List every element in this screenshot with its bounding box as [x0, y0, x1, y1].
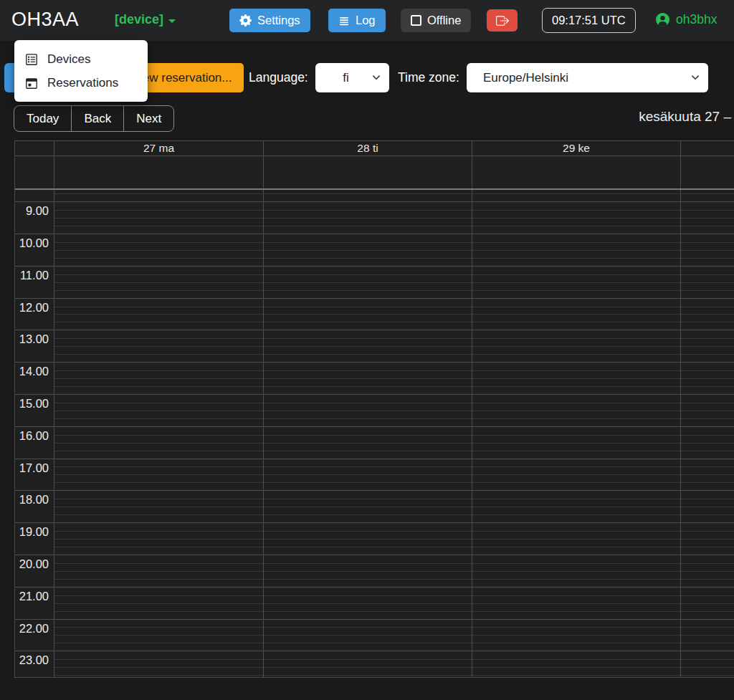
timegrid-cell[interactable]	[263, 234, 472, 266]
log-button[interactable]: Log	[328, 9, 386, 32]
timegrid-cell[interactable]	[54, 267, 263, 298]
timegrid-cell[interactable]	[263, 459, 472, 491]
timegrid-scroller[interactable]: 9.0010.0011.0012.0013.0014.0015.0016.001…	[15, 190, 734, 678]
timegrid-cell[interactable]	[472, 234, 680, 266]
timegrid-cell[interactable]	[680, 202, 734, 234]
timegrid-cell[interactable]	[54, 491, 263, 522]
quarter-hour-line	[264, 675, 472, 676]
hour-row: 19.00	[15, 522, 734, 555]
timegrid-cell[interactable]	[472, 395, 680, 426]
quarter-hour-line	[54, 370, 263, 371]
timegrid-cell[interactable]	[54, 234, 263, 266]
quarter-hour-line	[264, 474, 472, 475]
timegrid-cell[interactable]	[54, 620, 263, 651]
timegrid-cell[interactable]	[54, 555, 263, 587]
timegrid-cell[interactable]	[472, 523, 680, 555]
timegrid-cell[interactable]	[680, 427, 734, 459]
timegrid-cell[interactable]	[680, 395, 734, 426]
timegrid-cell[interactable]	[54, 190, 263, 201]
timegrid-cell[interactable]	[54, 299, 263, 330]
back-button[interactable]: Back	[71, 106, 123, 131]
timegrid-cell[interactable]	[263, 620, 472, 651]
device-dropdown-toggle[interactable]: [device]	[115, 12, 176, 27]
timegrid-cell[interactable]	[472, 202, 680, 234]
timegrid-cell[interactable]	[472, 651, 680, 678]
menu-item-reservations[interactable]: Reservations	[14, 71, 148, 95]
next-button[interactable]: Next	[123, 106, 173, 131]
box-arrow-right-icon	[496, 14, 509, 27]
timegrid-cell[interactable]	[680, 267, 734, 298]
user-indicator[interactable]: oh3bhx	[656, 12, 717, 27]
timegrid-cell[interactable]	[680, 491, 734, 522]
timegrid-cell[interactable]	[680, 523, 734, 555]
timegrid-cell[interactable]	[54, 588, 263, 619]
timegrid-cell[interactable]	[54, 330, 263, 362]
quarter-hour-line	[681, 290, 734, 291]
hour-row: 17.00	[15, 459, 734, 491]
timegrid-cell[interactable]	[472, 330, 680, 362]
timegrid-cell[interactable]	[54, 363, 263, 394]
timegrid-cell[interactable]	[472, 363, 680, 394]
timezone-select[interactable]: Europe/Helsinki	[467, 63, 708, 92]
timegrid-cell[interactable]	[263, 330, 472, 362]
timegrid-cell[interactable]	[680, 555, 734, 587]
timegrid-cell[interactable]	[680, 363, 734, 394]
timegrid-cell[interactable]	[472, 588, 680, 619]
all-day-cell[interactable]	[680, 156, 734, 188]
hour-row: 16.00	[15, 426, 734, 459]
quarter-hour-line	[472, 499, 680, 499]
timegrid-cell[interactable]	[680, 330, 734, 362]
timegrid-cell[interactable]	[472, 299, 680, 330]
offline-toggle-button[interactable]: Offline	[401, 9, 471, 32]
quarter-hour-line	[472, 274, 680, 275]
all-day-cell[interactable]	[472, 156, 680, 188]
timegrid-cell[interactable]	[263, 427, 472, 459]
all-day-cell[interactable]	[54, 156, 263, 188]
timegrid-cell[interactable]	[54, 523, 263, 555]
settings-button[interactable]: Settings	[229, 9, 310, 32]
timegrid-cell[interactable]	[54, 395, 263, 426]
timegrid-cell[interactable]	[472, 491, 680, 522]
timegrid-cell[interactable]	[472, 190, 680, 201]
timegrid-cell[interactable]	[54, 202, 263, 234]
timegrid-cell[interactable]	[472, 459, 680, 491]
timegrid-cell[interactable]	[472, 620, 680, 651]
timegrid-cell[interactable]	[263, 588, 472, 619]
timegrid-cell[interactable]	[263, 395, 472, 426]
timegrid-cell[interactable]	[680, 234, 734, 266]
quarter-hour-line	[472, 667, 680, 668]
quarter-hour-line	[472, 307, 680, 307]
quarter-hour-line	[54, 250, 263, 251]
quarter-hour-line	[472, 258, 680, 259]
timegrid-cell[interactable]	[263, 555, 472, 587]
timegrid-cell[interactable]	[680, 459, 734, 491]
logout-button[interactable]	[487, 9, 518, 32]
quarter-hour-line	[264, 579, 472, 580]
timegrid-cell[interactable]	[263, 190, 472, 201]
all-day-cell[interactable]	[263, 156, 472, 188]
timegrid-cell[interactable]	[263, 651, 472, 678]
calendar-toolbar: Today Back Next kesäkuuta 27 –	[0, 105, 734, 132]
timegrid-cell[interactable]	[680, 190, 734, 201]
timegrid-cell[interactable]	[263, 202, 472, 234]
timegrid-cell[interactable]	[472, 427, 680, 459]
quarter-hour-line	[681, 643, 734, 643]
timegrid-cell[interactable]	[680, 299, 734, 330]
timegrid-cell[interactable]	[54, 651, 263, 678]
timegrid-cell[interactable]	[680, 588, 734, 619]
menu-item-devices[interactable]: Devices	[14, 47, 148, 71]
timegrid-cell[interactable]	[54, 427, 263, 459]
timegrid-cell[interactable]	[263, 363, 472, 394]
timegrid-cell[interactable]	[680, 651, 734, 678]
timegrid-cell[interactable]	[263, 267, 472, 298]
today-button[interactable]: Today	[14, 106, 71, 131]
quarter-hour-line	[681, 322, 734, 322]
timegrid-cell[interactable]	[263, 523, 472, 555]
language-select[interactable]: fi	[315, 63, 389, 92]
timegrid-cell[interactable]	[472, 555, 680, 587]
timegrid-cell[interactable]	[472, 267, 680, 298]
timegrid-cell[interactable]	[680, 620, 734, 651]
timegrid-cell[interactable]	[263, 491, 472, 522]
timegrid-cell[interactable]	[54, 459, 263, 491]
timegrid-cell[interactable]	[263, 299, 472, 330]
